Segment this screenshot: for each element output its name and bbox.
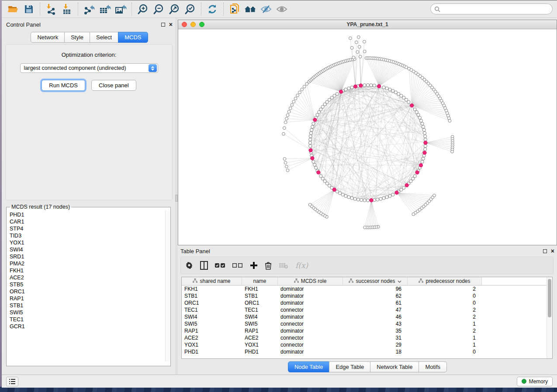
network-node[interactable]	[448, 119, 451, 122]
network-node[interactable]	[370, 84, 373, 87]
column-header-successor-nodes[interactable]: successor nodes	[343, 277, 408, 285]
zoom-in-icon[interactable]	[135, 2, 151, 16]
network-node[interactable]	[349, 37, 352, 40]
network-node[interactable]	[319, 175, 322, 178]
network-node[interactable]	[312, 122, 315, 125]
network-node[interactable]	[423, 131, 426, 134]
mcds-result-item[interactable]: TID3	[10, 232, 170, 239]
cell-name[interactable]: SWI5	[242, 320, 278, 327]
network-node[interactable]	[315, 166, 318, 169]
network-node[interactable]	[424, 135, 427, 138]
network-node[interactable]	[382, 196, 385, 199]
cell-predecessor-nodes[interactable]: 2	[408, 285, 482, 292]
network-node[interactable]	[344, 88, 347, 91]
optimization-criterion-select[interactable]: largest connected component (undirected)	[20, 63, 158, 73]
zoom-selected-icon[interactable]	[182, 2, 198, 16]
network-node[interactable]	[282, 132, 285, 135]
network-node[interactable]	[310, 128, 313, 131]
network-node[interactable]	[309, 131, 312, 134]
open-file-icon[interactable]	[5, 2, 21, 16]
mcds-hub-node[interactable]	[313, 118, 317, 121]
network-node[interactable]	[363, 84, 366, 87]
mcds-result-item[interactable]: RAP1	[10, 295, 170, 302]
network-node[interactable]	[284, 121, 287, 124]
network-node[interactable]	[366, 199, 369, 202]
cell-successor-nodes[interactable]: 18	[343, 348, 408, 355]
zoom-fit-icon[interactable]	[166, 2, 182, 16]
search-box[interactable]	[430, 3, 553, 14]
network-node[interactable]	[388, 194, 391, 197]
tab-edge-table[interactable]: Edge Table	[329, 361, 370, 372]
table-row[interactable]: ORC1ORC1dominator610	[182, 299, 547, 306]
cell-predecessor-nodes[interactable]: 2	[408, 313, 482, 320]
mcds-hub-node[interactable]	[359, 84, 363, 87]
network-node[interactable]	[422, 125, 425, 128]
mcds-hub-node[interactable]	[377, 84, 381, 88]
cell-shared-name[interactable]: SWI4	[182, 313, 242, 320]
mcds-hub-node[interactable]	[370, 199, 373, 202]
network-node[interactable]	[336, 93, 339, 96]
cell-predecessor-nodes[interactable]: 2	[408, 327, 482, 334]
cell-name[interactable]: STB1	[242, 292, 278, 299]
add-column-icon[interactable]	[250, 261, 258, 269]
network-node[interactable]	[283, 127, 286, 130]
cell-mcds-role[interactable]: connector	[278, 334, 343, 341]
network-node[interactable]	[291, 103, 294, 107]
network-node[interactable]	[363, 226, 367, 229]
mcds-result-list[interactable]: PHD1CAR1STP4TID3YOX1SWI4SRD1PMA2FKH1ACE2…	[7, 211, 170, 363]
network-node[interactable]	[391, 193, 394, 196]
network-node[interactable]	[424, 148, 427, 151]
first-neighbors-icon[interactable]	[242, 2, 258, 16]
network-node[interactable]	[298, 91, 301, 94]
cell-predecessor-nodes[interactable]: 1	[408, 320, 482, 327]
cell-name[interactable]: TEC1	[242, 306, 278, 313]
mcds-result-item[interactable]: SWI4	[10, 246, 170, 253]
network-node[interactable]	[296, 94, 299, 97]
select-all-icon[interactable]	[215, 262, 225, 268]
mcds-hub-node[interactable]	[410, 103, 414, 107]
mcds-result-item[interactable]: ACE2	[10, 274, 170, 281]
cell-name[interactable]: SWI4	[242, 313, 278, 320]
network-node[interactable]	[363, 199, 366, 202]
cell-mcds-role[interactable]: dominator	[278, 348, 343, 355]
cell-name[interactable]: ACE2	[242, 334, 278, 341]
network-node[interactable]	[350, 46, 353, 49]
network-node[interactable]	[309, 138, 312, 141]
mcds-hub-node[interactable]	[317, 171, 320, 174]
tab-motifs[interactable]: Motifs	[419, 361, 447, 372]
network-node[interactable]	[312, 160, 315, 163]
cell-mcds-role[interactable]: dominator	[278, 285, 343, 292]
cell-predecessor-nodes[interactable]: 1	[408, 341, 482, 348]
cell-shared-name[interactable]: FKH1	[182, 285, 242, 292]
show-all-icon[interactable]	[274, 2, 290, 16]
cell-successor-nodes[interactable]: 62	[343, 292, 408, 299]
tab-network[interactable]: Network	[31, 32, 65, 43]
close-panel-icon[interactable]: ×	[169, 21, 173, 28]
table-row[interactable]: SWI5SWI5connector431	[182, 320, 547, 327]
network-node[interactable]	[350, 86, 353, 89]
result-scrollbar[interactable]	[165, 210, 170, 361]
network-node[interactable]	[350, 196, 353, 199]
network-node[interactable]	[451, 150, 454, 153]
network-node[interactable]	[283, 158, 286, 161]
network-node[interactable]	[388, 88, 391, 91]
network-node[interactable]	[412, 213, 415, 216]
mcds-result-item[interactable]: FKH1	[10, 267, 170, 274]
mcds-result-item[interactable]: GCR1	[10, 323, 170, 330]
cell-mcds-role[interactable]: connector	[278, 341, 343, 348]
table-scrollbar[interactable]	[547, 277, 552, 358]
mcds-result-item[interactable]: PHD1	[10, 211, 170, 218]
cell-shared-name[interactable]: SWI5	[182, 320, 242, 327]
network-titlebar[interactable]: YPA_prune.txt_1	[178, 20, 557, 29]
network-node[interactable]	[373, 84, 376, 87]
cell-shared-name[interactable]: PHD1	[182, 348, 242, 355]
network-node[interactable]	[313, 163, 316, 166]
cell-name[interactable]: FKH1	[242, 285, 278, 292]
deselect-all-icon[interactable]	[232, 262, 243, 268]
tab-style[interactable]: Style	[64, 32, 90, 43]
mcds-hub-node[interactable]	[354, 85, 357, 88]
import-table-icon[interactable]	[59, 2, 75, 16]
panel-splitter[interactable]	[175, 18, 178, 375]
hide-selected-icon[interactable]	[258, 2, 274, 16]
mcds-hub-node[interactable]	[419, 163, 422, 167]
